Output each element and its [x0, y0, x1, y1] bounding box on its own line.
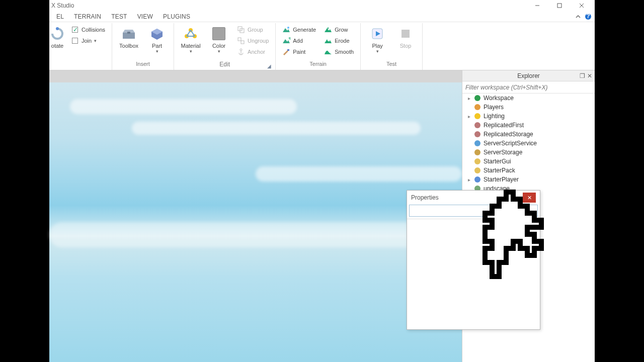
tree-item[interactable]: ▸Lighting [462, 112, 595, 121]
tree-item[interactable]: ReplicatedStorage [462, 130, 595, 139]
add-terrain-icon: + [282, 37, 290, 45]
group-label-edit: Edit◢ [178, 61, 271, 69]
titlebar: X Studio [49, 0, 595, 11]
color-button[interactable]: Color ▾ [206, 24, 231, 54]
svg-point-31 [474, 149, 480, 155]
tree-item-label: Workspace [484, 95, 514, 102]
menu-test[interactable]: TEST [106, 12, 132, 21]
tree-item[interactable]: StarterPack [462, 166, 595, 175]
properties-close-button[interactable]: ✕ [523, 193, 536, 203]
tree-item[interactable]: Players [462, 103, 595, 112]
menu-plugins[interactable]: PLUGINS [158, 12, 195, 21]
viewport-container [49, 70, 462, 362]
erode-button[interactable]: Erode [321, 35, 356, 46]
minimize-button[interactable] [526, 0, 548, 11]
svg-point-18 [240, 49, 242, 51]
close-button[interactable] [571, 0, 593, 11]
folder-icon [473, 157, 481, 165]
group-label-test: Test [365, 61, 418, 69]
join-icon [71, 37, 79, 45]
tree-item[interactable]: ServerStorage [462, 148, 595, 157]
explorer-undock-icon[interactable]: ❐ [579, 72, 585, 79]
menu-terrain[interactable]: TERRAIN [69, 12, 106, 21]
tree-item[interactable]: ▸StarterPlayer [462, 175, 595, 184]
help-icon[interactable]: ? [585, 13, 592, 20]
explorer-title: Explorer ❐ ✕ [462, 70, 595, 81]
group-label-terrain: Terrain [280, 61, 356, 69]
properties-filter-input[interactable] [409, 205, 538, 217]
tree-item[interactable]: ▸Workspace [462, 94, 595, 103]
smooth-icon [324, 48, 332, 56]
grow-icon [324, 26, 332, 34]
expand-icon[interactable]: ▸ [466, 114, 471, 119]
tree-item-label: ServerStorage [484, 149, 522, 156]
group-icon [237, 26, 245, 34]
svg-text:?: ? [586, 13, 590, 20]
paint-terrain-icon [282, 48, 290, 56]
part-button[interactable]: Part ▾ [144, 24, 170, 54]
svg-point-20 [287, 27, 289, 29]
edit-launcher-icon[interactable]: ◢ [267, 63, 271, 69]
expand-icon[interactable]: ▸ [466, 96, 471, 101]
group-label-insert: Insert [116, 61, 170, 69]
properties-titlebar[interactable]: Properties ✕ [407, 191, 540, 205]
stop-button[interactable]: Stop [393, 24, 418, 50]
svg-point-29 [474, 131, 480, 137]
svg-point-6 [56, 27, 59, 30]
svg-rect-24 [401, 30, 410, 38]
smooth-button[interactable]: Smooth [321, 46, 356, 57]
svg-rect-7 [127, 32, 130, 34]
erode-icon [324, 37, 332, 45]
menu-el[interactable]: EL [51, 12, 69, 21]
gear-icon [473, 139, 481, 147]
collisions-toggle[interactable]: ✓ Collisions [68, 24, 108, 35]
expand-icon[interactable]: ▸ [466, 177, 471, 183]
anchor-button[interactable]: Anchor [234, 46, 271, 57]
add-terrain-button[interactable]: + Add [280, 35, 318, 46]
explorer-filter [462, 81, 595, 94]
material-button[interactable]: Material ▾ [178, 24, 203, 54]
toolbox-icon [121, 26, 137, 42]
color-icon [211, 26, 227, 42]
ungroup-button[interactable]: Ungroup [234, 35, 271, 46]
menu-view[interactable]: VIEW [132, 12, 158, 21]
properties-title-label: Properties [411, 194, 439, 201]
tree-item-label: Lighting [484, 113, 505, 120]
stop-icon [397, 26, 414, 42]
material-icon [183, 26, 199, 42]
tree-item-label: Players [484, 104, 504, 111]
tree-item-label: StarterGui [484, 158, 511, 165]
tree-item[interactable]: StarterGui [462, 157, 595, 166]
right-pillar [595, 0, 644, 362]
collapse-ribbon-icon[interactable] [575, 13, 582, 20]
rotate-icon [49, 26, 65, 42]
explorer-filter-input[interactable] [462, 81, 595, 93]
explorer-close-icon[interactable]: ✕ [587, 72, 593, 79]
3d-viewport[interactable] [49, 82, 462, 362]
box-icon [473, 130, 481, 138]
play-button[interactable]: Play ▾ [365, 24, 390, 54]
properties-window[interactable]: Properties ✕ [407, 190, 540, 330]
app-window: X Studio EL TERRAIN TEST VIEW PLUGINS ? [49, 0, 595, 362]
grow-button[interactable]: Grow [321, 24, 356, 35]
paint-terrain-button[interactable]: Paint [280, 46, 318, 57]
collisions-icon: ✓ [71, 26, 79, 34]
tree-item[interactable]: ReplicatedFirst [462, 121, 595, 130]
folder-icon [473, 166, 481, 174]
svg-point-27 [474, 113, 480, 119]
people-icon [473, 103, 481, 111]
tree-item[interactable]: ServerScriptService [462, 139, 595, 148]
svg-rect-1 [557, 4, 561, 8]
join-toggle[interactable]: Join ▾ [68, 35, 108, 46]
toolbox-button[interactable]: Toolbox [116, 24, 141, 50]
svg-point-28 [474, 122, 480, 128]
document-tabstrip[interactable] [49, 70, 462, 82]
group-button[interactable]: Group [234, 24, 271, 35]
generate-button[interactable]: Generate [280, 24, 318, 35]
tree-item-label: ReplicatedFirst [484, 122, 524, 129]
rotate-button[interactable]: otate [49, 24, 65, 50]
tree-item-label: ReplicatedStorage [484, 131, 533, 138]
maximize-button[interactable] [548, 0, 571, 11]
anchor-icon [237, 48, 245, 56]
globe-icon [473, 94, 481, 102]
